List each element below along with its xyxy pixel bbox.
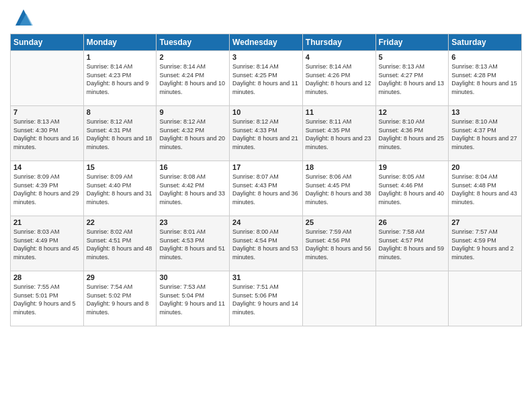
sunset-time: Sunset: 4:43 PM (232, 181, 300, 190)
day-number: 26 (379, 218, 446, 226)
daylight-hours: Daylight: 8 hours and 13 minutes. (379, 79, 446, 96)
logo (10, 7, 34, 28)
sunset-time: Sunset: 4:45 PM (306, 181, 373, 190)
day-header-wednesday: Wednesday (230, 34, 303, 51)
daylight-hours: Daylight: 8 hours and 51 minutes. (159, 244, 226, 261)
sunrise-time: Sunrise: 7:51 AM (232, 283, 300, 291)
sunrise-time: Sunrise: 8:14 AM (87, 62, 154, 71)
day-number: 28 (13, 273, 81, 281)
calendar-cell (375, 271, 449, 326)
day-number: 17 (232, 163, 300, 171)
calendar-cell: 23Sunrise: 8:01 AMSunset: 4:53 PMDayligh… (157, 216, 230, 271)
cell-info: Sunrise: 8:00 AMSunset: 4:54 PMDaylight:… (232, 228, 300, 261)
cell-info: Sunrise: 8:10 AMSunset: 4:37 PMDaylight:… (451, 118, 519, 151)
sunset-time: Sunset: 4:36 PM (379, 126, 446, 135)
sunset-time: Sunset: 4:51 PM (87, 236, 154, 245)
calendar-cell: 25Sunrise: 7:59 AMSunset: 4:56 PMDayligh… (302, 216, 375, 271)
sunset-time: Sunset: 4:35 PM (306, 126, 373, 135)
sunset-time: Sunset: 4:54 PM (232, 236, 300, 245)
daylight-hours: Daylight: 8 hours and 16 minutes. (13, 134, 81, 151)
sunrise-time: Sunrise: 8:14 AM (232, 62, 300, 71)
sunset-time: Sunset: 4:23 PM (87, 71, 154, 80)
daylight-hours: Daylight: 8 hours and 33 minutes. (159, 189, 226, 206)
week-row-1: 1Sunrise: 8:14 AMSunset: 4:23 PMDaylight… (11, 51, 522, 106)
day-number: 22 (87, 218, 154, 226)
cell-info: Sunrise: 8:06 AMSunset: 4:45 PMDaylight:… (306, 173, 373, 206)
calendar-cell: 9Sunrise: 8:12 AMSunset: 4:32 PMDaylight… (157, 106, 230, 161)
cell-info: Sunrise: 8:10 AMSunset: 4:36 PMDaylight:… (379, 118, 446, 151)
day-number: 15 (87, 163, 154, 171)
sunset-time: Sunset: 4:46 PM (379, 181, 446, 190)
calendar-cell (11, 51, 84, 106)
sunrise-time: Sunrise: 8:03 AM (13, 228, 81, 236)
page-header (10, 7, 522, 28)
day-number: 20 (451, 163, 519, 171)
sunset-time: Sunset: 4:25 PM (232, 71, 300, 80)
daylight-hours: Daylight: 8 hours and 15 minutes. (451, 79, 519, 96)
day-number: 8 (87, 108, 154, 116)
day-number: 30 (159, 273, 226, 281)
daylight-hours: Daylight: 8 hours and 53 minutes. (232, 244, 300, 261)
day-number: 12 (379, 108, 446, 116)
day-number: 19 (379, 163, 446, 171)
cell-info: Sunrise: 8:14 AMSunset: 4:23 PMDaylight:… (87, 62, 154, 96)
logo-icon (13, 7, 34, 28)
day-number: 31 (232, 273, 300, 281)
day-number: 29 (87, 273, 154, 281)
day-number: 21 (13, 218, 81, 226)
calendar-table: SundayMondayTuesdayWednesdayThursdayFrid… (10, 34, 522, 326)
calendar-cell: 24Sunrise: 8:00 AMSunset: 4:54 PMDayligh… (230, 216, 303, 271)
cell-info: Sunrise: 7:53 AMSunset: 5:04 PMDaylight:… (159, 283, 226, 316)
sunrise-time: Sunrise: 8:02 AM (87, 228, 154, 236)
calendar-cell: 18Sunrise: 8:06 AMSunset: 4:45 PMDayligh… (302, 161, 375, 216)
sunrise-time: Sunrise: 8:05 AM (379, 173, 446, 181)
calendar-cell: 29Sunrise: 7:54 AMSunset: 5:02 PMDayligh… (83, 271, 157, 326)
calendar-cell: 30Sunrise: 7:53 AMSunset: 5:04 PMDayligh… (157, 271, 230, 326)
week-row-3: 14Sunrise: 8:09 AMSunset: 4:39 PMDayligh… (11, 161, 522, 216)
cell-info: Sunrise: 8:13 AMSunset: 4:30 PMDaylight:… (13, 118, 81, 151)
sunrise-time: Sunrise: 7:53 AM (159, 283, 226, 291)
calendar-cell: 27Sunrise: 7:57 AMSunset: 4:59 PMDayligh… (449, 216, 522, 271)
cell-info: Sunrise: 8:02 AMSunset: 4:51 PMDaylight:… (87, 228, 154, 261)
day-number: 11 (306, 108, 373, 116)
daylight-hours: Daylight: 8 hours and 59 minutes. (379, 244, 446, 261)
calendar-cell: 31Sunrise: 7:51 AMSunset: 5:06 PMDayligh… (230, 271, 303, 326)
day-header-tuesday: Tuesday (157, 34, 230, 51)
cell-info: Sunrise: 7:54 AMSunset: 5:02 PMDaylight:… (87, 283, 154, 316)
daylight-hours: Daylight: 8 hours and 25 minutes. (379, 134, 446, 151)
day-number: 16 (159, 163, 226, 171)
sunrise-time: Sunrise: 8:13 AM (451, 62, 519, 71)
calendar-cell: 26Sunrise: 7:58 AMSunset: 4:57 PMDayligh… (375, 216, 449, 271)
cell-info: Sunrise: 8:08 AMSunset: 4:42 PMDaylight:… (159, 173, 226, 206)
sunset-time: Sunset: 4:31 PM (87, 126, 154, 135)
cell-info: Sunrise: 7:57 AMSunset: 4:59 PMDaylight:… (451, 228, 519, 261)
calendar-cell: 6Sunrise: 8:13 AMSunset: 4:28 PMDaylight… (449, 51, 522, 106)
day-number: 2 (159, 53, 226, 61)
daylight-hours: Daylight: 8 hours and 12 minutes. (306, 79, 373, 96)
sunset-time: Sunset: 4:24 PM (159, 71, 226, 80)
calendar-cell: 19Sunrise: 8:05 AMSunset: 4:46 PMDayligh… (375, 161, 449, 216)
sunrise-time: Sunrise: 8:01 AM (159, 228, 226, 236)
calendar-cell: 7Sunrise: 8:13 AMSunset: 4:30 PMDaylight… (11, 106, 84, 161)
sunrise-time: Sunrise: 8:14 AM (159, 62, 226, 71)
daylight-hours: Daylight: 8 hours and 40 minutes. (379, 189, 446, 206)
calendar-cell: 12Sunrise: 8:10 AMSunset: 4:36 PMDayligh… (375, 106, 449, 161)
daylight-hours: Daylight: 9 hours and 5 minutes. (13, 300, 81, 316)
sunrise-time: Sunrise: 8:09 AM (13, 173, 81, 181)
calendar-cell: 8Sunrise: 8:12 AMSunset: 4:31 PMDaylight… (83, 106, 157, 161)
sunset-time: Sunset: 4:49 PM (13, 236, 81, 245)
calendar-cell: 21Sunrise: 8:03 AMSunset: 4:49 PMDayligh… (11, 216, 84, 271)
calendar-cell: 3Sunrise: 8:14 AMSunset: 4:25 PMDaylight… (230, 51, 303, 106)
sunrise-time: Sunrise: 8:07 AM (232, 173, 300, 181)
day-number: 25 (306, 218, 373, 226)
sunrise-time: Sunrise: 8:06 AM (306, 173, 373, 181)
sunrise-time: Sunrise: 8:13 AM (379, 62, 446, 71)
day-number: 24 (232, 218, 300, 226)
sunset-time: Sunset: 4:42 PM (159, 181, 226, 190)
sunset-time: Sunset: 4:57 PM (379, 236, 446, 245)
sunrise-time: Sunrise: 8:12 AM (232, 118, 300, 126)
sunrise-time: Sunrise: 8:10 AM (451, 118, 519, 126)
cell-info: Sunrise: 8:14 AMSunset: 4:25 PMDaylight:… (232, 62, 300, 96)
sunset-time: Sunset: 4:39 PM (13, 181, 81, 190)
cell-info: Sunrise: 8:13 AMSunset: 4:28 PMDaylight:… (451, 62, 519, 96)
